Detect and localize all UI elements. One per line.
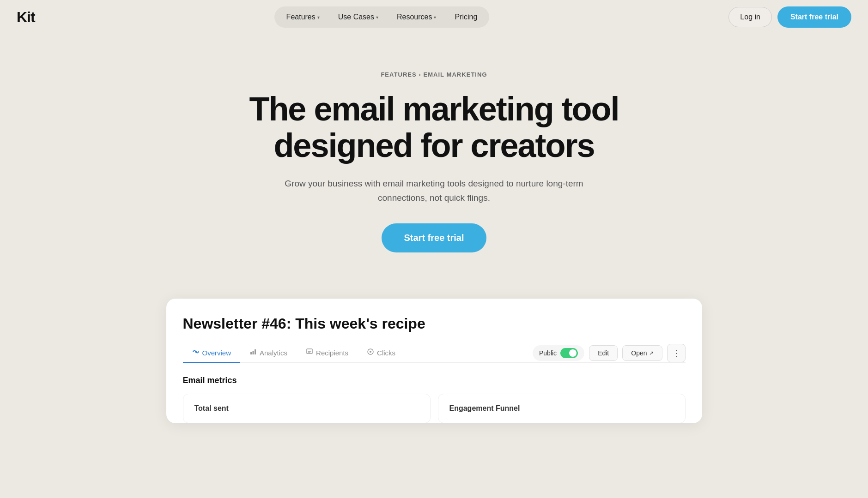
breadcrumb: FEATURES › EMAIL MARKETING: [9, 71, 859, 78]
tab-analytics[interactable]: Analytics: [240, 343, 297, 363]
nav-use-cases[interactable]: Use Cases ▾: [330, 9, 387, 25]
svg-rect-3: [255, 349, 256, 354]
newsletter-card: Newsletter #46: This week's recipe Overv…: [166, 299, 702, 423]
hero-subtitle: Grow your business with email marketing …: [277, 177, 591, 205]
recipients-icon: [306, 348, 313, 357]
chevron-down-icon: ▾: [317, 15, 320, 20]
overview-icon: [192, 348, 200, 357]
navbar: Kit Features ▾ Use Cases ▾ Resources ▾ P…: [0, 0, 868, 34]
svg-rect-2: [253, 351, 254, 354]
tab-clicks[interactable]: Clicks: [358, 343, 405, 363]
clicks-icon: [367, 348, 374, 357]
card-title: Newsletter #46: This week's recipe: [183, 315, 686, 332]
edit-button[interactable]: Edit: [589, 345, 618, 361]
metric-engagement-funnel: Engagement Funnel: [438, 394, 686, 423]
metrics-grid: Total sent Engagement Funnel: [183, 394, 686, 423]
card-tabs: Overview Analytics Recipients Clicks Pub…: [183, 343, 686, 363]
metrics-section-title: Email metrics: [183, 376, 686, 385]
svg-point-6: [370, 351, 371, 353]
brand-logo[interactable]: Kit: [17, 9, 35, 26]
chevron-down-icon: ▾: [376, 15, 378, 20]
nav-center: Features ▾ Use Cases ▾ Resources ▾ Prici…: [274, 6, 490, 28]
card-controls: Public Edit Open ↗ ⋮: [533, 344, 686, 362]
tab-overview[interactable]: Overview: [183, 343, 241, 363]
login-button[interactable]: Log in: [728, 7, 772, 27]
metric-total-sent: Total sent: [183, 394, 431, 423]
nav-features[interactable]: Features ▾: [278, 9, 328, 25]
tab-recipients[interactable]: Recipients: [297, 343, 358, 363]
nav-pricing[interactable]: Pricing: [446, 9, 486, 25]
nav-right: Log in Start free trial: [728, 6, 851, 28]
open-button[interactable]: Open ↗: [622, 345, 662, 361]
public-toggle[interactable]: [560, 348, 578, 358]
nav-trial-button[interactable]: Start free trial: [777, 6, 851, 28]
hero-section: FEATURES › EMAIL MARKETING The email mar…: [0, 34, 868, 280]
analytics-icon: [249, 348, 257, 357]
chevron-down-icon: ▾: [434, 15, 436, 20]
external-link-icon: ↗: [649, 350, 654, 356]
nav-resources[interactable]: Resources ▾: [388, 9, 444, 25]
hero-title: The email marketing tool designed for cr…: [226, 91, 642, 164]
more-options-button[interactable]: ⋮: [667, 344, 686, 362]
svg-point-0: [195, 351, 197, 353]
svg-rect-1: [250, 352, 252, 354]
public-badge: Public: [533, 345, 584, 361]
hero-trial-button[interactable]: Start free trial: [382, 223, 486, 252]
